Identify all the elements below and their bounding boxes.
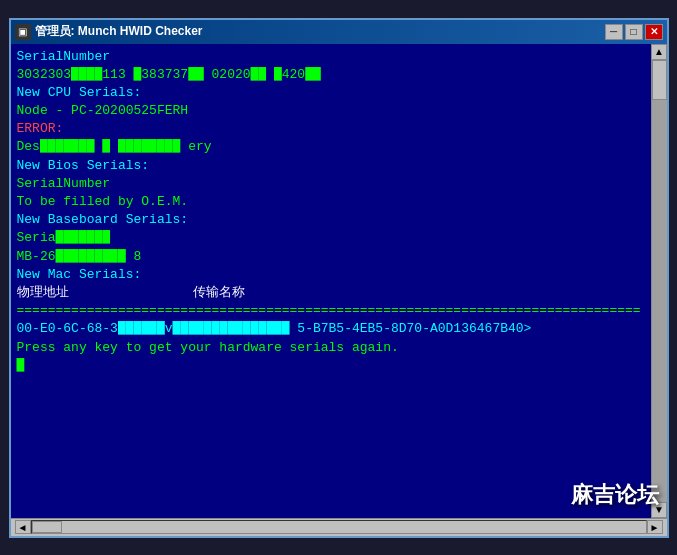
terminal-line: Press any key to get your hardware seria… xyxy=(17,339,645,357)
scroll-track[interactable] xyxy=(652,60,667,502)
terminal-line: SerialNumber xyxy=(17,48,645,66)
scroll-thumb[interactable] xyxy=(652,60,667,100)
terminal-line: ========================================… xyxy=(17,302,645,320)
bottom-bar: ◄ ► xyxy=(11,518,667,536)
titlebar-left: ▣ 管理员: Munch HWID Checker xyxy=(15,23,203,40)
terminal-line: MB-26█████████ 8 xyxy=(17,248,645,266)
terminal-line: SerialNumber xyxy=(17,175,645,193)
terminal-line: ERROR: xyxy=(17,120,645,138)
terminal-line: 3032303████113 █383737██ 02020██ █420██ xyxy=(17,66,645,84)
terminal-line: New Mac Serials: xyxy=(17,266,645,284)
scroll-down-button[interactable]: ▼ xyxy=(651,502,667,518)
scroll-right-button[interactable]: ► xyxy=(647,520,663,534)
terminal-line: Node - PC-20200525FERH xyxy=(17,102,645,120)
vertical-scrollbar[interactable]: ▲ ▼ xyxy=(651,44,667,518)
window-content: SerialNumber3032303████113 █383737██ 020… xyxy=(11,44,667,518)
terminal-line: Seria███████ xyxy=(17,229,645,247)
terminal-line: New Baseboard Serials: xyxy=(17,211,645,229)
maximize-button[interactable]: □ xyxy=(625,24,643,40)
terminal-line: █ xyxy=(17,357,645,375)
scroll-left-button[interactable]: ◄ xyxy=(15,520,31,534)
titlebar-buttons: ─ □ ✕ xyxy=(605,24,663,40)
terminal-line: To be filled by O.E.M. xyxy=(17,193,645,211)
titlebar: ▣ 管理员: Munch HWID Checker ─ □ ✕ xyxy=(11,20,667,44)
scroll-up-button[interactable]: ▲ xyxy=(651,44,667,60)
window-icon: ▣ xyxy=(15,24,31,40)
terminal-line: Des███████ █ ████████ ery xyxy=(17,138,645,156)
terminal-line: New CPU Serials: xyxy=(17,84,645,102)
window-title: 管理员: Munch HWID Checker xyxy=(35,23,203,40)
minimize-button[interactable]: ─ xyxy=(605,24,623,40)
terminal-output[interactable]: SerialNumber3032303████113 █383737██ 020… xyxy=(11,44,651,518)
terminal-line: 物理地址 传输名称 xyxy=(17,284,645,302)
terminal-line: New Bios Serials: xyxy=(17,157,645,175)
terminal-line: 00-E0-6C-68-3██████v███████████████ 5-B7… xyxy=(17,320,645,338)
horizontal-scroll-track[interactable] xyxy=(31,520,647,534)
horizontal-scroll-thumb[interactable] xyxy=(32,521,62,533)
close-button[interactable]: ✕ xyxy=(645,24,663,40)
main-window: ▣ 管理员: Munch HWID Checker ─ □ ✕ SerialNu… xyxy=(9,18,669,538)
